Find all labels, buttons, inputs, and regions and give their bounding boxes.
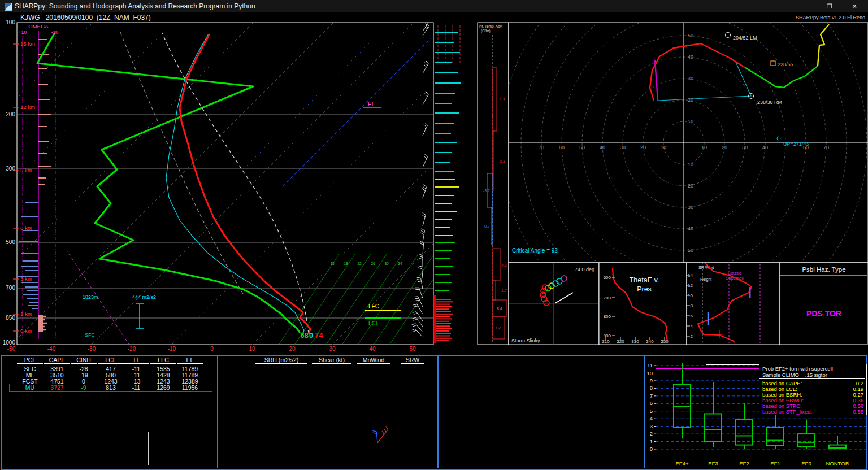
sfc-dewpoint-value: 68 [301,331,309,340]
divider [148,432,149,465]
cloud-layer-label: 228/55 [778,62,793,67]
srwind-panel[interactable]: SR Wind Height Classic Supercell 1412108… [687,263,780,345]
lcl-height-label: 1823m [83,294,98,300]
temp-axis-label: 50 [409,346,416,352]
thermo-header: CAPE [44,357,70,364]
ring-label: 10 [661,145,666,150]
thetae-xtick: 320 [617,339,624,344]
thermo-header: LFC [150,357,176,364]
kinematics-panel[interactable]: SRH (m2/s2)Shear (kt)MnWindSRW [218,356,437,467]
barb-flag [414,297,418,297]
temp-axis-label: -50 [7,346,16,352]
omega-title: OMEGA [28,23,49,29]
temp-axis-label: -20 [128,346,136,352]
legend-item-label: based on STP_fixed: [762,408,812,415]
barb-flag [416,300,420,301]
mixratio-label: 15 [330,262,335,266]
thermo-panel[interactable]: PCLCAPECINHLCLLILFCELSFC3391-28417-11153… [2,356,217,467]
srwind-label-2: Height [700,277,711,282]
mixratio-label: 30 [384,262,389,266]
temp-axis-label: -40 [47,346,56,352]
ring-label: 60 [803,145,809,150]
thetae-xtick: 330 [631,339,639,344]
ring-label: 10 [688,119,693,124]
height-label: 0 km [20,328,32,334]
temp-adv-value: 4.3 [501,263,507,267]
temp-adv-panel[interactable]: Inf. Temp. Adv. (C/hr) 1.30.3-3.2-0.74.3… [478,23,509,345]
thetae-xtick: 310 [602,339,610,344]
ring-label: 30 [688,204,693,210]
srwind-ytick: 4 [691,324,693,329]
divider [4,393,215,393]
mu-row-highlight[interactable] [9,384,212,392]
temp-axis-label: 40 [369,346,376,352]
thermo-header: LCL [98,357,124,364]
ring-label: 20 [688,183,693,189]
divider [542,368,542,465]
temp-axis-label: 10 [249,346,255,352]
storm-slinky-panel[interactable]: 74.0 deg Storm Slinky [509,263,599,345]
height-label: 1 km [20,311,32,317]
thetae-ytick: 800 [604,314,611,319]
ring-label: 40 [688,54,693,60]
pressure-label: 1000 [3,340,16,346]
legend-item: based on STP_fixed:0.55 [762,408,863,415]
sars-panel[interactable] [439,356,644,467]
pressure-label: 850 [6,315,15,321]
kine-header: SRH (m2/s2) [255,357,307,364]
divider [440,447,643,447]
barb-flag [427,19,429,22]
temp-axis-label: 20 [289,346,296,352]
mixratio-label: 22 [357,262,362,266]
mixratio-label: 34 [398,262,402,266]
ring-label: 30 [742,145,748,150]
temp-adv-units: (C/hr) [481,29,491,33]
temp-axis-label: -10 [168,346,176,352]
ring-label: 50 [688,247,693,253]
temp-adv-value: 8.4 [497,307,502,311]
el-label: EL [368,101,375,107]
temp-axis-label: 30 [329,346,336,352]
ring-label: 50 [688,33,693,38]
kine-header: Shear (kt) [312,357,351,364]
temp-adv-value: -3.2 [483,189,490,193]
divider [441,368,641,368]
thetae-ytick: 700 [604,295,611,301]
omega-sfc-block [38,315,43,332]
thermo-header: LI [123,357,149,364]
mixratio-label: 18 [344,262,348,266]
critical-angle-label: Critical Angle = 92 [512,247,558,254]
slinky-deg-label: 74.0 deg [575,267,594,272]
ring-label: 60 [559,145,565,150]
thetae-panel[interactable]: ThetaE v. Pres 6007008009003103203303403… [599,263,687,345]
legend-line-1: Prob EF2+ torn with supercell [762,365,833,372]
height-label: 12 km [20,104,35,110]
hazard-panel[interactable]: Psbl Haz. Type PDS TOR [780,263,867,345]
temp-adv-title: Inf. Temp. Adv. [479,24,503,29]
thetae-title-2: Pres [637,285,652,293]
ring-label: 40 [762,145,768,150]
kine-header: MnWind [357,357,390,364]
ring-label: 70 [539,145,544,150]
sfc-label: SFC [85,332,96,338]
divider [4,432,215,432]
pressure-label: 200 [6,111,15,118]
ring-label: 30 [688,76,693,81]
srwind-ytick: 8 [691,303,693,308]
ring-label: 40 [688,226,693,232]
sfc-wetbulb-value: 0 [309,331,313,340]
legend-line-2: Sample CLIMO = .15 sigtor [762,372,827,378]
ring-label: 10 [701,145,707,150]
pressure-label: 700 [6,285,15,291]
thetae-xtick: 350 [661,339,669,344]
thetae-ytick: 600 [604,275,611,280]
wind-speed-strip [434,25,462,343]
ring-label: 40 [600,145,605,150]
height-label: 9 km [20,167,32,173]
height-label: 3 km [20,276,32,282]
stp-legend: Prob EF2+ torn with supercell Sample CLI… [759,364,867,415]
ring-label: 70 [823,145,829,150]
omega-minus-label: -10 [51,29,59,35]
srwind-ytick: 2 [691,334,693,339]
temp-axis-label: 0 [210,346,214,352]
